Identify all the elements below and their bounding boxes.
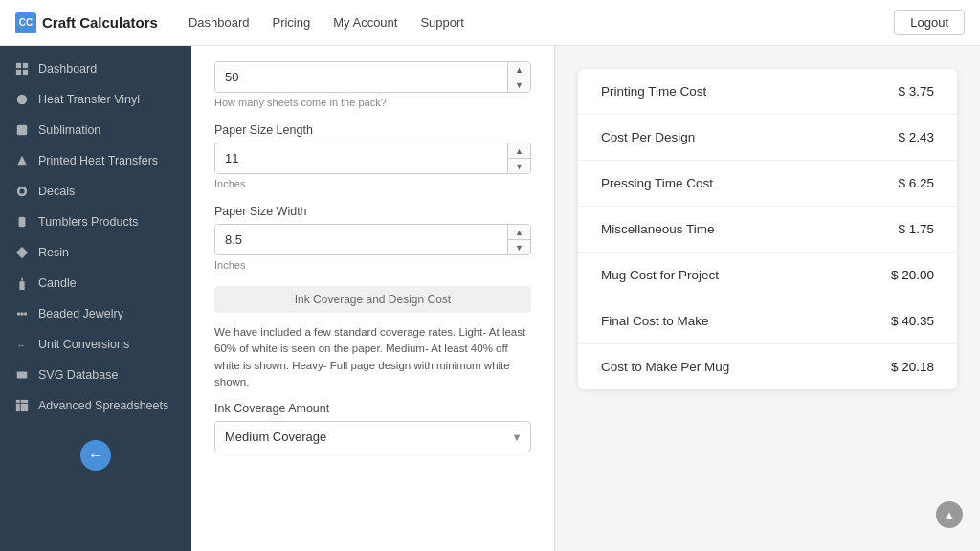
paper-length-increment[interactable]: ▲ bbox=[508, 143, 530, 159]
svg-rect-11 bbox=[19, 281, 24, 290]
sidebar-label-sublimation: Sublimation bbox=[38, 123, 100, 137]
svg-rect-5 bbox=[17, 125, 28, 136]
result-value-misc-time: $ 1.75 bbox=[898, 222, 934, 236]
svg-rect-1 bbox=[23, 63, 28, 68]
result-label-cost-per-mug: Cost to Make Per Mug bbox=[601, 360, 729, 374]
result-value-final-cost: $ 40.35 bbox=[891, 314, 934, 328]
sidebar-label-dashboard: Dashboard bbox=[38, 62, 97, 76]
sidebar-item-candle[interactable]: Candle bbox=[0, 268, 191, 298]
dashboard-icon bbox=[15, 62, 29, 76]
scroll-top-button[interactable]: ▲ bbox=[936, 501, 963, 528]
sheets-hint: How many sheets come in the pack? bbox=[214, 97, 531, 108]
svg-marker-10 bbox=[16, 247, 28, 258]
sheets-increment[interactable]: ▲ bbox=[508, 62, 530, 77]
paper-length-label: Paper Size Length bbox=[214, 123, 531, 137]
sidebar-label-candle: Candle bbox=[38, 276, 77, 290]
nav-links: Dashboard Pricing My Account Support bbox=[189, 15, 894, 30]
topnav: CC Craft Calculators Dashboard Pricing M… bbox=[0, 0, 980, 46]
paper-length-decrement[interactable]: ▼ bbox=[508, 159, 530, 173]
svg-point-4 bbox=[17, 95, 28, 105]
sidebar-label-unit: Unit Conversions bbox=[38, 338, 129, 351]
ink-coverage-field-group: Ink Coverage Amount Light Coverage Mediu… bbox=[214, 402, 531, 452]
sidebar-item-tumblers[interactable]: Tumblers Products bbox=[0, 207, 191, 237]
ink-description: We have included a few standard coverage… bbox=[214, 324, 531, 390]
result-row-misc-time: Miscellaneous Time $ 1.75 bbox=[578, 207, 957, 253]
result-row-pressing-time: Pressing Time Cost $ 6.25 bbox=[578, 161, 957, 207]
sidebar-item-spreadsheets[interactable]: Advanced Spreadsheets bbox=[0, 390, 191, 421]
spreadsheets-icon bbox=[15, 399, 29, 412]
svg-rect-2 bbox=[16, 70, 21, 75]
svg-icon bbox=[15, 368, 29, 382]
logo-icon: CC bbox=[15, 12, 36, 33]
nav-my-account[interactable]: My Account bbox=[333, 15, 397, 30]
paper-length-spin-buttons: ▲ ▼ bbox=[507, 143, 530, 173]
sidebar-label-htv: Heat Transfer Vinyl bbox=[38, 93, 140, 106]
sidebar-label-spreadsheets: Advanced Spreadsheets bbox=[38, 399, 168, 412]
paper-length-field-group: Paper Size Length ▲ ▼ Inches bbox=[214, 123, 531, 189]
sheets-field-group: ▲ ▼ How many sheets come in the pack? bbox=[214, 61, 531, 108]
svg-point-8 bbox=[19, 188, 24, 193]
beaded-icon bbox=[15, 307, 29, 320]
paper-width-spin-buttons: ▲ ▼ bbox=[507, 225, 530, 254]
ink-coverage-select-wrap: Light Coverage Medium Coverage Heavy Cov… bbox=[214, 421, 531, 452]
paper-width-input-wrap: ▲ ▼ bbox=[214, 224, 531, 255]
form-panel: ▲ ▼ How many sheets come in the pack? Pa… bbox=[191, 46, 555, 551]
sidebar-item-resin[interactable]: Resin bbox=[0, 237, 191, 268]
sidebar: Dashboard Heat Transfer Vinyl Sublimatio… bbox=[0, 46, 191, 551]
htv-icon bbox=[15, 93, 29, 106]
result-label-printing-time: Printing Time Cost bbox=[601, 84, 706, 99]
result-row-mug-cost: Mug Cost for Project $ 20.00 bbox=[578, 253, 957, 298]
result-value-printing-time: $ 3.75 bbox=[898, 84, 934, 99]
paper-width-increment[interactable]: ▲ bbox=[508, 225, 530, 240]
result-label-final-cost: Final Cost to Make bbox=[601, 314, 709, 328]
sidebar-label-decals: Decals bbox=[38, 185, 75, 198]
result-value-pressing-time: $ 6.25 bbox=[898, 176, 934, 190]
svg-rect-0 bbox=[16, 63, 21, 68]
results-panel: Printing Time Cost $ 3.75 Cost Per Desig… bbox=[578, 69, 957, 389]
sheets-input[interactable] bbox=[215, 62, 507, 92]
ink-section-label: Ink Coverage and Design Cost bbox=[214, 286, 531, 313]
paper-length-input[interactable] bbox=[215, 143, 507, 173]
result-label-pressing-time: Pressing Time Cost bbox=[601, 176, 713, 190]
paper-width-hint: Inches bbox=[214, 259, 531, 271]
decals-icon bbox=[15, 185, 29, 198]
back-button[interactable]: ← bbox=[80, 440, 111, 471]
svg-marker-6 bbox=[17, 156, 28, 166]
paper-width-label: Paper Size Width bbox=[214, 205, 531, 218]
result-row-final-cost: Final Cost to Make $ 40.35 bbox=[578, 298, 957, 344]
sidebar-item-svg[interactable]: SVG Database bbox=[0, 360, 191, 390]
svg-point-14 bbox=[24, 312, 28, 316]
result-row-printing-time: Printing Time Cost $ 3.75 bbox=[578, 69, 957, 115]
result-value-mug-cost: $ 20.00 bbox=[891, 268, 934, 282]
sidebar-label-beaded: Beaded Jewelry bbox=[38, 307, 123, 320]
ink-coverage-label: Ink Coverage Amount bbox=[214, 402, 531, 415]
svg-text:↔: ↔ bbox=[17, 341, 26, 350]
tumblers-icon bbox=[15, 215, 29, 229]
pht-icon bbox=[15, 154, 29, 167]
svg-rect-16 bbox=[16, 400, 28, 411]
ink-coverage-select[interactable]: Light Coverage Medium Coverage Heavy Cov… bbox=[215, 422, 503, 452]
sidebar-item-decals[interactable]: Decals bbox=[0, 176, 191, 207]
paper-width-input[interactable] bbox=[215, 225, 507, 254]
sidebar-item-dashboard[interactable]: Dashboard bbox=[0, 54, 191, 84]
nav-dashboard[interactable]: Dashboard bbox=[189, 15, 250, 30]
result-label-mug-cost: Mug Cost for Project bbox=[601, 268, 719, 282]
sidebar-item-beaded[interactable]: Beaded Jewelry bbox=[0, 298, 191, 329]
result-label-misc-time: Miscellaneous Time bbox=[601, 222, 715, 236]
nav-support[interactable]: Support bbox=[420, 15, 464, 30]
sidebar-item-unit[interactable]: ↔ Unit Conversions bbox=[0, 329, 191, 360]
logout-button[interactable]: Logout bbox=[894, 10, 965, 35]
sidebar-label-tumblers: Tumblers Products bbox=[38, 215, 138, 229]
sidebar-item-sublimation[interactable]: Sublimation bbox=[0, 115, 191, 145]
result-row-cost-per-mug: Cost to Make Per Mug $ 20.18 bbox=[578, 344, 957, 389]
svg-rect-9 bbox=[19, 217, 26, 228]
sidebar-item-htv[interactable]: Heat Transfer Vinyl bbox=[0, 84, 191, 115]
sidebar-item-pht[interactable]: Printed Heat Transfers bbox=[0, 145, 191, 176]
svg-point-12 bbox=[17, 312, 21, 316]
nav-pricing[interactable]: Pricing bbox=[272, 15, 310, 30]
resin-icon bbox=[15, 246, 29, 259]
paper-width-decrement[interactable]: ▼ bbox=[508, 240, 530, 254]
sheets-decrement[interactable]: ▼ bbox=[508, 77, 530, 92]
svg-point-13 bbox=[20, 312, 24, 316]
paper-width-field-group: Paper Size Width ▲ ▼ Inches bbox=[214, 205, 531, 271]
